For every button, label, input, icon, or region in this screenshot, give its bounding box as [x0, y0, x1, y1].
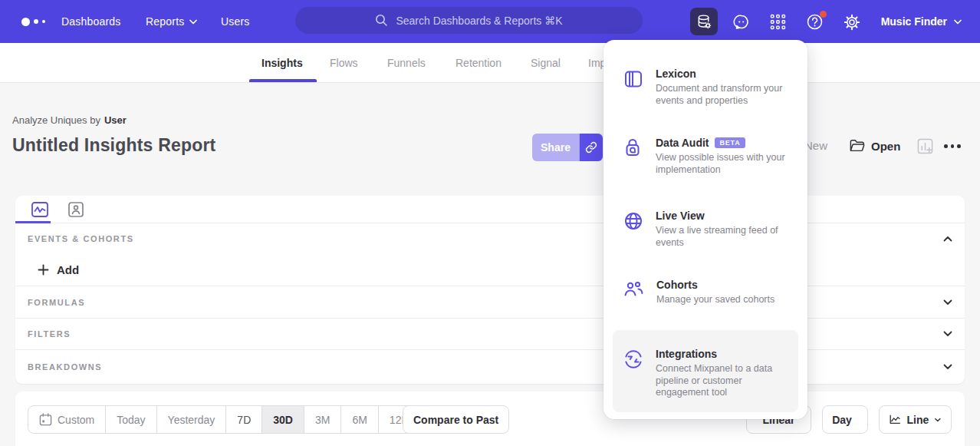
range-today[interactable]: Today [106, 406, 156, 433]
integrations-icon [623, 348, 643, 399]
range-7d[interactable]: 7D [226, 406, 262, 433]
chevron-down-icon [935, 418, 941, 422]
interval-select[interactable]: Day [822, 405, 868, 434]
tab-events-view[interactable] [30, 200, 50, 220]
beta-badge: BETA [715, 137, 745, 148]
section-label: FORMULAS [28, 298, 85, 307]
chart-add-icon [917, 138, 933, 154]
settings-button[interactable] [844, 14, 860, 31]
nav-dashboards[interactable]: Dashboards [61, 0, 121, 43]
open-report-button[interactable]: Open [850, 139, 900, 153]
lexicon-icon [623, 68, 643, 107]
breadcrumb: Analyze Uniques byUser [12, 114, 127, 126]
chevron-up-icon[interactable] [943, 236, 952, 242]
help-button[interactable] [806, 13, 826, 31]
report-tab-bar: Insights Flows Funnels Retention Signal … [0, 43, 980, 83]
search-icon [375, 14, 388, 27]
copy-link-button[interactable] [579, 134, 603, 161]
chevron-down-icon[interactable] [943, 364, 952, 370]
section-filters[interactable]: FILTERS [15, 318, 965, 349]
tab-retention[interactable]: Retention [455, 43, 502, 83]
tab-flows[interactable]: Flows [330, 43, 358, 83]
tab-funnels[interactable]: Funnels [387, 43, 426, 83]
mixpanel-logo-icon[interactable] [21, 14, 57, 29]
globe-icon [623, 210, 643, 249]
cohorts-icon [623, 279, 644, 306]
chart-controls-bar: Custom Today Yesterday 7D 30D 3M 6M 12M … [15, 391, 965, 446]
nav-users[interactable]: Users [221, 0, 250, 43]
menu-item-data-audit[interactable]: Data Audit BETA View possible issues wit… [623, 137, 792, 176]
nav-users-label: Users [221, 15, 250, 28]
date-range-control: Custom Today Yesterday 7D 30D 3M 6M 12M [28, 405, 422, 434]
add-event-button[interactable]: Add [15, 253, 965, 286]
workspace-name: Music Finder [881, 15, 947, 28]
feedback-button[interactable] [733, 14, 750, 31]
tab-insights[interactable]: Insights [261, 43, 303, 83]
folder-open-icon [850, 139, 865, 153]
section-label: BREAKDOWNS [28, 362, 102, 372]
nav-reports[interactable]: Reports [146, 0, 197, 43]
data-management-popup: Lexicon Document and transform your even… [603, 40, 807, 419]
range-yesterday[interactable]: Yesterday [157, 406, 227, 433]
calendar-icon [39, 413, 52, 426]
link-icon [585, 141, 597, 154]
gear-icon [844, 14, 860, 31]
chevron-down-icon [189, 19, 197, 25]
section-breakdowns[interactable]: BREAKDOWNS [15, 349, 965, 383]
data-audit-icon [623, 137, 643, 176]
line-chart-icon [890, 414, 901, 425]
chevron-down-icon[interactable] [943, 331, 952, 337]
chart-type-select[interactable]: Line [879, 405, 952, 434]
active-tab-indicator [249, 79, 317, 82]
nav-dashboards-label: Dashboards [61, 15, 121, 28]
range-30d[interactable]: 30D [262, 406, 304, 433]
compare-to-past-button[interactable]: Compare to Past [403, 405, 509, 434]
add-to-dashboard-button[interactable] [917, 138, 933, 154]
range-custom[interactable]: Custom [28, 406, 106, 433]
plus-icon [38, 264, 49, 276]
range-6m[interactable]: 6M [341, 406, 378, 433]
tab-profiles-view[interactable] [66, 200, 86, 220]
grid-dots-icon [770, 14, 786, 30]
section-label: FILTERS [28, 329, 71, 339]
section-formulas[interactable]: FORMULAS [15, 286, 965, 318]
page-title[interactable]: Untitled Insights Report [12, 135, 215, 156]
menu-item-live-view[interactable]: Live View View a live streaming feed of … [623, 210, 792, 249]
database-gear-icon [696, 14, 712, 30]
share-split-button: Share [532, 134, 603, 161]
range-3m[interactable]: 3M [304, 406, 341, 433]
top-navigation-bar: Dashboards Reports Users Search Dashboar… [0, 0, 980, 43]
nav-reports-label: Reports [146, 15, 184, 28]
app-window: Dashboards Reports Users Search Dashboar… [0, 0, 980, 446]
search-input[interactable]: Search Dashboards & Reports ⌘K [295, 7, 643, 34]
section-label: EVENTS & COHORTS [28, 234, 134, 243]
query-builder-panel: EVENTS & COHORTS Add FORMULAS FILTERS BR… [15, 196, 965, 384]
more-options-button[interactable] [944, 144, 961, 148]
menu-item-lexicon[interactable]: Lexicon Document and transform your even… [623, 68, 792, 107]
apps-grid-button[interactable] [770, 14, 787, 31]
share-button[interactable]: Share [532, 134, 579, 161]
menu-item-integrations[interactable]: Integrations Connect Mixpanel to a data … [623, 348, 792, 399]
person-icon [68, 202, 84, 217]
query-view-tabs [15, 196, 965, 223]
search-placeholder: Search Dashboards & Reports ⌘K [396, 15, 562, 27]
ellipsis-icon [944, 144, 961, 148]
menu-item-cohorts[interactable]: Cohorts Manage your saved cohorts [623, 279, 792, 306]
section-events-cohorts[interactable]: EVENTS & COHORTS [15, 223, 965, 253]
chevron-down-icon [954, 19, 962, 25]
chart-line-icon [31, 202, 48, 217]
workspace-selector[interactable]: Music Finder [881, 0, 962, 43]
notification-dot [820, 11, 827, 18]
tab-signal[interactable]: Signal [531, 43, 561, 83]
breadcrumb-entity[interactable]: User [104, 114, 127, 126]
chat-bubble-icon [733, 14, 750, 31]
data-management-button[interactable] [690, 8, 718, 35]
chevron-down-icon[interactable] [943, 299, 952, 306]
